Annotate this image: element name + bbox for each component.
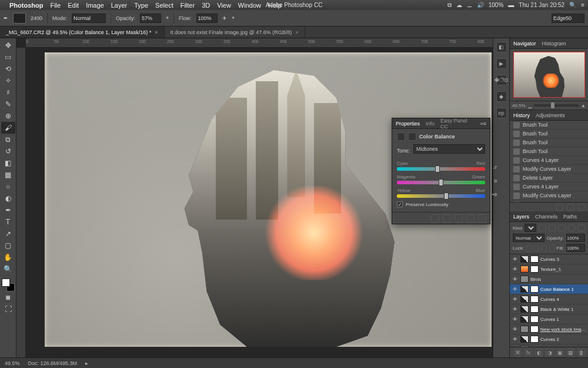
link-layers-icon[interactable]: ⌘ [514, 349, 522, 356]
mode-select[interactable] [72, 14, 106, 23]
mask-icon[interactable] [408, 132, 416, 141]
tab-properties[interactable]: Properties [396, 121, 420, 127]
slider-knob[interactable] [435, 165, 440, 173]
tab-adjustments[interactable]: Adjustments [536, 112, 565, 118]
flow-input[interactable] [196, 14, 218, 23]
magic-wand-tool[interactable]: ✧ [1, 75, 15, 87]
layer-row[interactable]: 👁Texture_1 [510, 264, 588, 274]
fill-input[interactable] [566, 244, 585, 252]
eraser-tool[interactable]: ◧ [1, 157, 15, 169]
zoom-tool[interactable]: 🔍 [1, 263, 15, 275]
layer-thumbnail[interactable] [520, 326, 529, 333]
visibility-icon[interactable]: 👁 [512, 297, 519, 302]
tone-select[interactable]: Midtones [413, 144, 485, 154]
tab-info[interactable]: Info [426, 121, 435, 127]
layer-thumbnail[interactable] [520, 296, 529, 303]
layer-name[interactable]: Curves 4 [540, 297, 586, 302]
type-tool[interactable]: T [1, 216, 15, 228]
tab-easy-panel[interactable]: Easy Panel CC [440, 118, 475, 130]
visibility-icon[interactable]: 👁 [512, 257, 519, 262]
lock-transparent-icon[interactable] [526, 245, 532, 251]
lock-pixels-icon[interactable] [534, 245, 539, 251]
layer-thumbnail[interactable] [520, 256, 529, 263]
layer-row[interactable]: 👁Curves 4 [510, 294, 588, 304]
menu-3d[interactable]: 3D [202, 2, 210, 9]
layer-name[interactable]: Color Balance 1 [540, 287, 586, 292]
wifi-icon[interactable]: ⚊ [467, 2, 472, 8]
dodge-tool[interactable]: ◐ [1, 193, 15, 204]
layer-thumbnail[interactable] [520, 336, 529, 343]
menu-select[interactable]: Select [155, 2, 173, 9]
pen-tool[interactable]: ✒ [1, 204, 15, 216]
history-item[interactable]: Modify Curves Layer [510, 191, 588, 200]
tab-document-1[interactable]: _MG_6607.CR2 @ 49.5% (Color Balance 1, L… [0, 26, 165, 38]
new-layer-icon[interactable]: ▦ [567, 349, 574, 356]
history-item[interactable]: Brush Tool [510, 121, 588, 130]
color-swatches[interactable] [2, 279, 15, 291]
menu-view[interactable]: View [217, 2, 231, 9]
layer-mask-thumbnail[interactable] [530, 286, 539, 293]
dropbox-icon[interactable]: ⧉ [447, 2, 452, 9]
filter-shape-icon[interactable] [568, 225, 576, 231]
panel-menu-icon[interactable]: »≡ [480, 121, 486, 127]
history-item[interactable]: Curves 4 Layer [510, 156, 588, 165]
pressure-opacity-icon[interactable]: ⌖ [166, 15, 169, 21]
layer-row[interactable]: 👁Black & White 1 [510, 304, 588, 314]
cloud-icon[interactable]: ☁ [456, 2, 462, 8]
shape-tool[interactable]: ▢ [1, 240, 15, 251]
status-zoom[interactable]: 49.5% [5, 360, 20, 366]
layer-name[interactable]: Birds [530, 277, 586, 282]
slider-value[interactable]: +9 [486, 192, 497, 197]
filter-smart-icon[interactable] [577, 225, 585, 231]
layer-mask-thumbnail[interactable] [530, 306, 539, 313]
blur-tool[interactable]: ○ [1, 181, 15, 193]
notification-icon[interactable]: ≡ [581, 2, 584, 8]
menu-window[interactable]: Window [238, 2, 261, 9]
eyedropper-tool[interactable]: ✎ [1, 98, 15, 110]
brush-size[interactable]: 2400 [31, 15, 42, 21]
menu-filter[interactable]: Filter [181, 2, 195, 9]
tab-channels[interactable]: Channels [535, 214, 557, 220]
previous-state-icon[interactable] [443, 214, 451, 223]
layer-thumbnail[interactable] [520, 266, 529, 273]
history-item[interactable]: Brush Tool [510, 130, 588, 138]
path-tool[interactable]: ↗ [1, 228, 15, 240]
layer-row[interactable]: 👁Curves 2 [510, 334, 588, 344]
lasso-tool[interactable]: ⟲ [1, 63, 15, 75]
history-item[interactable]: Curves 4 Layer [510, 183, 588, 191]
app-menu[interactable]: Photoshop [9, 2, 43, 9]
hand-tool[interactable]: ✋ [1, 251, 15, 263]
pressure-size-icon[interactable]: ⌖ [232, 15, 235, 21]
layer-name[interactable]: New york stock image [540, 327, 586, 332]
navigator-zoom[interactable]: 49.5% [512, 103, 526, 108]
tab-history[interactable]: History [513, 112, 530, 118]
slider-knob[interactable] [444, 193, 449, 200]
filter-type-icon[interactable] [558, 225, 566, 231]
spotlight-icon[interactable]: 🔍 [569, 2, 576, 8]
layer-row[interactable]: 👁New york stock image [510, 324, 588, 334]
close-icon[interactable]: × [295, 29, 298, 35]
properties-panel[interactable]: Properties Info Easy Panel CC »≡ Color B… [392, 118, 490, 224]
history-brush-tool[interactable]: ↺ [1, 145, 15, 157]
new-state-icon[interactable] [567, 204, 574, 211]
visibility-icon[interactable]: 👁 [512, 337, 519, 342]
zoom-slider[interactable] [534, 104, 579, 107]
layer-mask-thumbnail[interactable] [530, 336, 539, 343]
collapsed-panel-icon[interactable]: �ীD [496, 75, 507, 85]
layer-opacity-input[interactable] [566, 234, 585, 242]
brush-preset-picker[interactable] [13, 13, 26, 24]
brush-tool[interactable]: 🖌 [1, 122, 15, 134]
layer-name[interactable]: Texture_1 [540, 267, 586, 272]
tab-document-2[interactable]: It does not exist Finale image.jpg @ 47.… [165, 26, 305, 38]
adjustment-layer-icon[interactable]: ◑ [546, 349, 553, 356]
close-icon[interactable]: × [155, 29, 158, 35]
menu-image[interactable]: Image [86, 2, 104, 9]
group-icon[interactable]: ▣ [556, 349, 564, 356]
reset-icon[interactable] [455, 214, 463, 223]
gradient-tool[interactable]: ▦ [1, 169, 15, 181]
tab-histogram[interactable]: Histogram [542, 41, 566, 47]
trash-icon[interactable] [478, 214, 486, 223]
collapsed-panel-icon[interactable]: ▶ [496, 58, 507, 69]
slider-knob[interactable] [439, 179, 443, 186]
collapsed-panel-icon[interactable]: ◆ [496, 91, 507, 102]
